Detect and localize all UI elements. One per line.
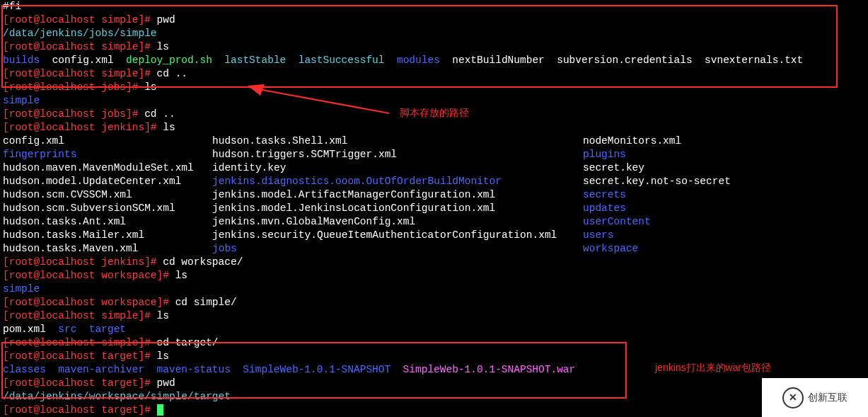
ls-entry: hudson.tasks.Mailer.xml	[3, 229, 212, 242]
terminal-line: #fi	[3, 0, 865, 13]
terminal-span: [root@localhost target]#	[3, 377, 157, 389]
terminal-line: hudson.tasks.Ant.xmljenkins.mvn.GlobalMa…	[3, 215, 865, 229]
terminal-line: builds config.xml deploy_prod.sh lastSta…	[3, 54, 865, 67]
terminal-span: [root@localhost jobs]#	[3, 81, 144, 93]
terminal-span: #fi	[3, 1, 21, 12]
terminal-span: lastStable lastSuccessful	[224, 55, 384, 66]
logo-text: 创新互联	[808, 391, 847, 404]
terminal-span: simple	[3, 95, 40, 106]
ls-entry: hudson.tasks.Ant.xml	[3, 215, 212, 229]
terminal-output[interactable]: #fi[root@localhost simple]# pwd/data/jen…	[0, 0, 868, 417]
ls-entry: plugins	[583, 148, 626, 161]
terminal-span: ls	[157, 310, 169, 321]
terminal-span: src target	[58, 324, 126, 335]
ls-entry: nodeMonitors.xml	[583, 135, 681, 148]
terminal-span: ls	[175, 270, 187, 281]
terminal-line: hudson.model.UpdateCenter.xmljenkins.dia…	[3, 175, 865, 188]
terminal-span: cd workspace/	[163, 256, 243, 268]
ls-entry: updates	[583, 202, 626, 215]
ls-entry: secret.key	[583, 161, 644, 175]
terminal-span: config.xml	[52, 55, 126, 66]
terminal-span: [root@localhost target]#	[3, 350, 157, 362]
ls-entry: fingerprints	[3, 148, 212, 161]
watermark-logo: ✕ 创新互联	[762, 378, 868, 417]
terminal-span: [root@localhost simple]#	[3, 68, 157, 79]
terminal-line: fingerprintshudson.triggers.SCMTrigger.x…	[3, 148, 865, 161]
terminal-line: [root@localhost jenkins]# cd workspace/	[3, 256, 865, 269]
terminal-span: [root@localhost jobs]#	[3, 108, 144, 120]
terminal-span	[212, 55, 224, 66]
ls-entry: hudson.triggers.SCMTrigger.xml	[212, 148, 583, 161]
logo-icon: ✕	[782, 387, 804, 409]
terminal-line: simple	[3, 282, 865, 296]
terminal-span: simple	[3, 283, 40, 295]
terminal-span: SimpleWeb-1.0.1-SNAPSHOT.war	[403, 364, 576, 375]
ls-entry: jenkins.model.JenkinsLocationConfigurati…	[212, 202, 583, 215]
terminal-span: [root@localhost simple]#	[3, 14, 157, 25]
ls-entry: config.xml	[3, 135, 212, 148]
terminal-span	[40, 55, 52, 66]
terminal-span: [root@localhost simple]#	[3, 41, 157, 52]
ls-entry: userContent	[583, 215, 651, 229]
ls-entry: secret.key.not-so-secret	[583, 175, 731, 188]
terminal-line: hudson.tasks.Mailer.xmljenkins.security.…	[3, 229, 865, 242]
terminal-span: deploy_prod.sh	[126, 55, 212, 66]
ls-entry: jobs	[212, 242, 583, 256]
terminal-line: [root@localhost simple]# ls	[3, 309, 865, 323]
terminal-span: [root@localhost workspace]#	[3, 270, 175, 281]
terminal-span: [root@localhost jenkins]#	[3, 256, 163, 268]
terminal-line: hudson.scm.SubversionSCM.xmljenkins.mode…	[3, 202, 865, 215]
terminal-span: pwd	[157, 377, 175, 389]
ls-entry: hudson.tasks.Maven.xml	[3, 242, 212, 256]
terminal-line: config.xmlhudson.tasks.Shell.xmlnodeMoni…	[3, 135, 865, 148]
ls-entry: workspace	[583, 242, 638, 256]
terminal-line: [root@localhost simple]# cd target/	[3, 336, 865, 350]
terminal-span: /data/jenkins/workspace/simple/target	[3, 391, 231, 402]
terminal-span	[390, 364, 403, 375]
ls-entry: hudson.scm.CVSSCM.xml	[3, 188, 212, 202]
terminal-line: [root@localhost target]#	[3, 404, 865, 417]
terminal-span: /data/jenkins/jobs/simple	[3, 28, 157, 39]
terminal-span: cd ..	[144, 108, 175, 120]
terminal-span: builds	[3, 55, 40, 66]
terminal-span: cd ..	[157, 68, 188, 79]
terminal-span: nextBuildNumber subversion.credentials s…	[452, 55, 803, 66]
terminal-span	[385, 55, 397, 66]
terminal-span: [root@localhost jenkins]#	[3, 122, 163, 133]
terminal-line: [root@localhost jobs]# ls	[3, 81, 865, 94]
terminal-line: [root@localhost workspace]# cd simple/	[3, 296, 865, 309]
terminal-line: [root@localhost workspace]# ls	[3, 269, 865, 282]
terminal-span: modules	[397, 55, 440, 66]
ls-entry: hudson.scm.SubversionSCM.xml	[3, 202, 212, 215]
terminal-line: /data/jenkins/workspace/simple/target	[3, 390, 865, 404]
terminal-span: classes maven-archiver maven-status Simp…	[3, 364, 390, 375]
terminal-line: [root@localhost jenkins]# ls	[3, 121, 865, 135]
terminal-span: [root@localhost simple]#	[3, 310, 157, 321]
terminal-span: pom.xml	[3, 324, 58, 335]
terminal-line: pom.xml src target	[3, 323, 865, 336]
cursor-icon	[157, 404, 163, 416]
terminal-span: ls	[144, 81, 156, 93]
terminal-line: [root@localhost target]# pwd	[3, 377, 865, 390]
terminal-span: [root@localhost target]#	[3, 404, 157, 416]
terminal-span: cd target/	[157, 337, 219, 348]
terminal-span	[440, 55, 452, 66]
ls-entry: jenkins.diagnostics.ooom.OutOfOrderBuild…	[212, 175, 583, 188]
terminal-span: ls	[157, 350, 169, 362]
terminal-span: [root@localhost simple]#	[3, 337, 157, 348]
ls-entry: jenkins.mvn.GlobalMavenConfig.xml	[212, 215, 583, 229]
terminal-span: pwd	[157, 14, 175, 25]
terminal-line: [root@localhost simple]# pwd	[3, 13, 865, 27]
ls-entry: users	[583, 229, 614, 242]
terminal-line: [root@localhost simple]# cd ..	[3, 67, 865, 81]
terminal-line: /data/jenkins/jobs/simple	[3, 27, 865, 40]
ls-entry: jenkins.model.ArtifactManagerConfigurati…	[212, 188, 583, 202]
terminal-line: hudson.tasks.Maven.xmljobsworkspace	[3, 242, 865, 256]
terminal-span: ls	[163, 122, 175, 133]
ls-entry: secrets	[583, 188, 626, 202]
ls-entry: hudson.maven.MavenModuleSet.xml	[3, 161, 212, 175]
annotation-label-bottom: jenkins打出来的war包路径	[655, 361, 771, 375]
ls-entry: identity.key	[212, 161, 583, 175]
terminal-line: hudson.maven.MavenModuleSet.xmlidentity.…	[3, 161, 865, 175]
terminal-line: [root@localhost simple]# ls	[3, 40, 865, 54]
